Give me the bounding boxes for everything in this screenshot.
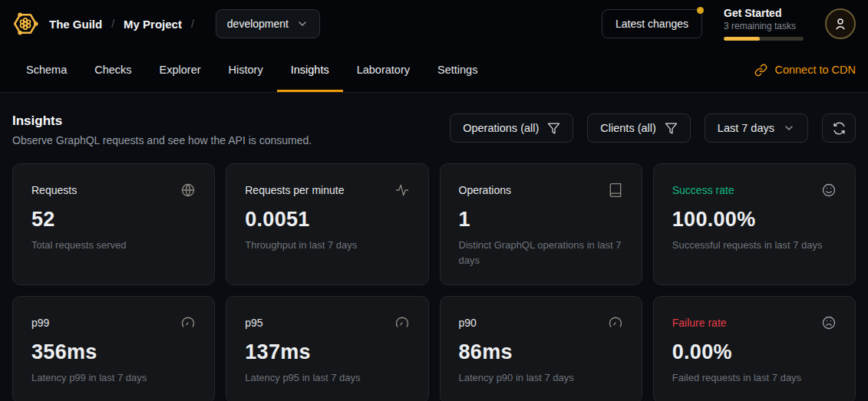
card-description: Throughput in last 7 days [245, 238, 409, 253]
page-subtitle: Observe GraphQL requests and see how the… [12, 134, 312, 146]
tab-explorer[interactable]: Explorer [146, 48, 215, 92]
breadcrumb-separator: / [111, 18, 114, 30]
chevron-down-icon [783, 122, 795, 134]
tab-schema[interactable]: Schema [12, 48, 81, 92]
get-started-subtitle: 3 remaining tasks [724, 21, 804, 31]
card-value: 100.00% [672, 208, 837, 232]
clients-filter-label: Clients (all) [600, 122, 656, 134]
date-range-dropdown[interactable]: Last 7 days [705, 113, 808, 143]
stat-card-rpm: Requests per minute 0.0051 Throughput in… [226, 163, 428, 285]
section-titles: Insights Observe GraphQL requests and se… [12, 113, 312, 146]
card-description: Failed requests in last 7 days [672, 370, 837, 386]
date-range-label: Last 7 days [718, 122, 774, 134]
get-started-progressbar [724, 37, 804, 41]
stat-card-requests: Requests 52 Total requests served [12, 163, 215, 285]
breadcrumb-project[interactable]: My Project [124, 18, 182, 31]
connect-to-cdn-label: Connect to CDN [774, 64, 856, 76]
stat-card-failure-rate: Failure rate 0.00% Failed requests in la… [653, 296, 856, 401]
card-value: 0.00% [672, 340, 837, 364]
breadcrumb-org[interactable]: The Guild [49, 18, 102, 31]
filter-funnel-icon [665, 122, 678, 135]
smile-icon [821, 182, 837, 198]
user-avatar[interactable] [825, 8, 856, 39]
card-title: Requests [31, 184, 77, 196]
breadcrumb-separator: / [191, 18, 194, 30]
stat-card-p90: p90 86ms Latency p90 in last 7 days [440, 296, 642, 401]
card-value: 52 [31, 208, 196, 232]
globe-icon [180, 182, 196, 198]
target-selector-dropdown[interactable]: development [216, 9, 320, 38]
tab-settings[interactable]: Settings [424, 48, 491, 92]
connect-to-cdn-link[interactable]: Connect to CDN [754, 48, 856, 92]
gauge-icon [394, 315, 410, 330]
target-selector-value: development [227, 18, 289, 30]
tab-checks[interactable]: Checks [81, 48, 145, 92]
stat-cards-grid: Requests 52 Total requests served Reques… [12, 163, 856, 401]
app-header: The Guild / My Project / development Lat… [0, 0, 868, 48]
card-description: Latency p90 in last 7 days [459, 370, 623, 386]
notification-dot [697, 7, 704, 14]
stat-card-p95: p95 137ms Latency p95 in last 7 days [226, 296, 428, 401]
hive-logo-icon[interactable] [12, 11, 38, 37]
nav-tabs: Schema Checks Explorer History Insights … [0, 48, 868, 93]
latest-changes-label: Latest changes [616, 18, 688, 30]
get-started-title: Get Started [724, 7, 804, 19]
card-title: Operations [459, 184, 511, 196]
get-started-progress-fill [724, 37, 760, 41]
page-title: Insights [12, 113, 312, 129]
card-description: Latency p95 in last 7 days [245, 370, 409, 386]
frown-icon [821, 315, 837, 330]
card-title: Requests per minute [245, 184, 344, 196]
card-description: Distinct GraphQL operations in last 7 da… [459, 238, 623, 268]
card-title: p99 [31, 317, 49, 329]
chevron-down-icon [296, 18, 309, 30]
insights-content: Insights Observe GraphQL requests and se… [0, 93, 868, 401]
refresh-icon [833, 122, 846, 135]
card-value: 1 [459, 208, 623, 232]
stat-card-p99: p99 356ms Latency p99 in last 7 days [12, 296, 215, 401]
card-value: 356ms [31, 340, 196, 364]
link-icon [754, 64, 767, 77]
clients-filter-button[interactable]: Clients (all) [587, 113, 691, 143]
card-description: Latency p99 in last 7 days [31, 370, 196, 386]
tab-insights[interactable]: Insights [277, 48, 343, 92]
operations-filter-label: Operations (all) [463, 122, 539, 134]
tab-history[interactable]: History [215, 48, 277, 92]
operations-filter-button[interactable]: Operations (all) [450, 113, 573, 143]
card-title: p90 [459, 317, 477, 329]
refresh-button[interactable] [822, 113, 856, 143]
card-title: Failure rate [672, 317, 727, 329]
card-description: Total requests served [31, 238, 196, 253]
gauge-icon [180, 315, 196, 330]
stat-card-success-rate: Success rate 100.00% Successful requests… [653, 163, 856, 285]
section-header: Insights Observe GraphQL requests and se… [12, 113, 856, 146]
user-icon [833, 17, 847, 31]
filter-funnel-icon [547, 122, 560, 135]
latest-changes-button[interactable]: Latest changes [602, 9, 702, 38]
tab-laboratory[interactable]: Laboratory [343, 48, 424, 92]
get-started-widget[interactable]: Get Started 3 remaining tasks [724, 7, 804, 41]
card-title: p95 [245, 317, 262, 329]
card-description: Successful requests in last 7 days [672, 238, 837, 253]
book-icon [608, 182, 623, 198]
card-value: 0.0051 [245, 208, 409, 232]
header-right: Latest changes Get Started 3 remaining t… [602, 7, 856, 41]
gauge-icon [608, 315, 623, 330]
card-value: 137ms [245, 340, 409, 364]
card-value: 86ms [459, 340, 623, 364]
activity-icon [394, 182, 410, 198]
card-title: Success rate [672, 184, 734, 196]
filters-toolbar: Operations (all) Clients (all) Last 7 da… [450, 113, 856, 143]
stat-card-operations: Operations 1 Distinct GraphQL operations… [440, 163, 642, 285]
